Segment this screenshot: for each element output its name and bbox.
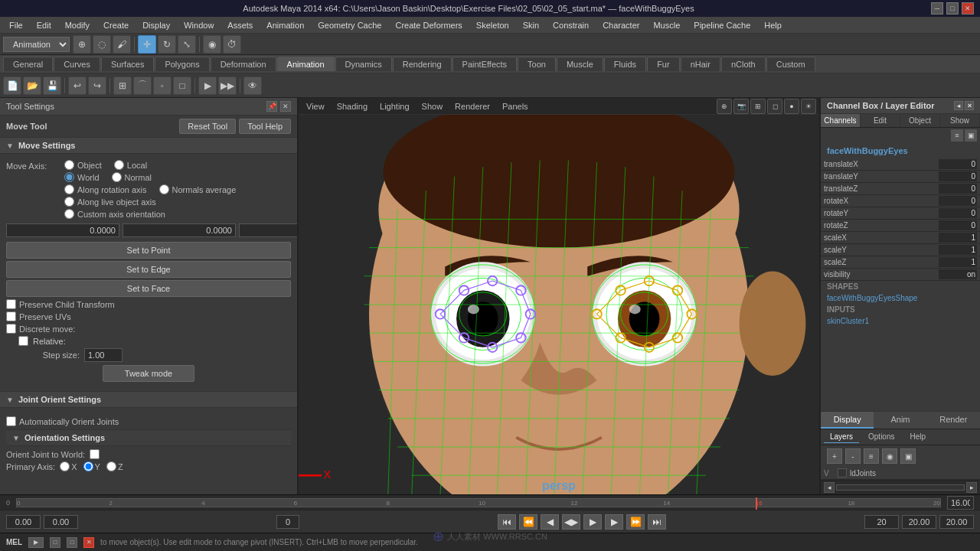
- timeline-bar[interactable]: 0 2 4 6 8 10 12 14 16 18 20: [16, 498, 941, 507]
- cb-tab-channels[interactable]: Channels: [821, 114, 861, 127]
- channel-value-translateZ[interactable]: [939, 184, 977, 194]
- coord-x[interactable]: [6, 223, 119, 237]
- tab-surfaces[interactable]: Surfaces: [101, 57, 154, 71]
- pb-frame-input[interactable]: [276, 515, 299, 529]
- vp-menu-view[interactable]: View: [302, 100, 329, 112]
- cb-tab-edit[interactable]: Edit: [861, 114, 900, 127]
- tab-rendering[interactable]: Rendering: [393, 57, 452, 71]
- tab-nhair[interactable]: nHair: [681, 57, 720, 71]
- goto-start-button[interactable]: ⏮: [498, 514, 516, 530]
- mode-dropdown[interactable]: Animation: [3, 37, 70, 52]
- snap-grid-icon[interactable]: ⊞: [113, 77, 132, 95]
- vp-select-icon[interactable]: ⊕: [717, 99, 732, 114]
- history-icon[interactable]: ⏱: [223, 35, 241, 54]
- tab-dynamics[interactable]: Dynamics: [335, 57, 392, 71]
- coord-y[interactable]: [122, 223, 236, 237]
- scale-icon[interactable]: ⤡: [178, 35, 196, 54]
- menu-create-deformers[interactable]: Create Deformers: [389, 19, 468, 31]
- render-seq-icon[interactable]: ▶▶: [218, 77, 237, 95]
- radio-along-rotation[interactable]: Along rotation axis: [64, 184, 147, 194]
- menu-character[interactable]: Character: [596, 19, 645, 31]
- orient-settings-subheader[interactable]: ▼ Orientation Settings: [6, 429, 291, 446]
- timeline[interactable]: 0 0 2 4 6 8 10 12 14 16 18 20: [0, 494, 980, 510]
- tab-toon[interactable]: Toon: [518, 57, 556, 71]
- current-frame-input[interactable]: [947, 496, 974, 510]
- vp-menu-lighting[interactable]: Lighting: [375, 100, 414, 112]
- menu-assets[interactable]: Assets: [221, 19, 259, 31]
- tab-fluids[interactable]: Fluids: [604, 57, 646, 71]
- channel-value-rotateY[interactable]: [939, 208, 977, 218]
- vp-smooth-icon[interactable]: ●: [784, 99, 799, 114]
- move-icon[interactable]: ✛: [138, 35, 156, 54]
- preserve-uvs-checkbox[interactable]: [6, 311, 16, 321]
- layer-check-ldjoints[interactable]: [838, 468, 847, 478]
- horizontal-scrollbar[interactable]: [836, 484, 965, 491]
- pb-range-end2[interactable]: [939, 515, 974, 529]
- channel-value-rotateX[interactable]: [939, 196, 977, 206]
- layer-render-icon[interactable]: ▣: [900, 448, 916, 464]
- menu-animation[interactable]: Animation: [260, 19, 310, 31]
- menu-constrain[interactable]: Constrain: [547, 19, 595, 31]
- tab-curves[interactable]: Curves: [54, 57, 100, 71]
- axis-x[interactable]: X: [60, 461, 77, 471]
- stop-script-btn[interactable]: ✕: [83, 537, 94, 548]
- show-hide-icon[interactable]: 👁: [243, 77, 262, 95]
- tab-fur[interactable]: Fur: [647, 57, 680, 71]
- rp-tab-display[interactable]: Display: [821, 412, 874, 429]
- pb-start-input[interactable]: [6, 515, 41, 529]
- tab-ncloth[interactable]: nCloth: [721, 57, 766, 71]
- rp-tab-anim[interactable]: Anim: [874, 412, 926, 429]
- cmd-btn2[interactable]: □: [67, 537, 77, 548]
- lasso-icon[interactable]: ◌: [93, 35, 111, 54]
- pb-range-end1[interactable]: [902, 515, 936, 529]
- preserve-child-checkbox[interactable]: [6, 299, 16, 309]
- paint-icon[interactable]: 🖌: [113, 35, 131, 54]
- scroll-right-icon[interactable]: ▸: [966, 482, 977, 493]
- minimize-button[interactable]: ─: [931, 2, 943, 15]
- menu-skeleton[interactable]: Skeleton: [470, 19, 515, 31]
- layer-options-icon[interactable]: ≡: [864, 448, 879, 464]
- ts-close-icon[interactable]: ✕: [280, 101, 291, 112]
- tab-muscle[interactable]: Muscle: [557, 57, 603, 71]
- menu-display[interactable]: Display: [136, 19, 176, 31]
- cmd-btn1[interactable]: □: [50, 537, 60, 548]
- save-scene-icon[interactable]: 💾: [43, 77, 61, 95]
- snap-curve-icon[interactable]: ⌒: [133, 77, 152, 95]
- menu-muscle[interactable]: Muscle: [647, 19, 686, 31]
- open-scene-icon[interactable]: 📂: [23, 77, 41, 95]
- cb-tab-object[interactable]: Object: [900, 114, 940, 127]
- menu-geometry-cache[interactable]: Geometry Cache: [312, 19, 387, 31]
- tab-painteffects[interactable]: PaintEffects: [452, 57, 518, 71]
- delete-layer-icon[interactable]: -: [845, 448, 861, 464]
- vp-grid-icon[interactable]: ⊞: [750, 99, 766, 114]
- tab-deformation[interactable]: Deformation: [211, 57, 276, 71]
- play-forward-button[interactable]: ▶: [583, 514, 602, 530]
- menu-window[interactable]: Window: [178, 19, 220, 31]
- radio-normals-avg[interactable]: Normals average: [159, 184, 237, 194]
- vp-menu-shading[interactable]: Shading: [332, 100, 372, 112]
- prev-frame-button[interactable]: ◀: [541, 514, 559, 530]
- ts-pin-icon[interactable]: 📌: [266, 101, 277, 112]
- menu-create[interactable]: Create: [97, 19, 135, 31]
- orient-world-checkbox[interactable]: [90, 449, 100, 459]
- pb-current-input[interactable]: [44, 515, 78, 529]
- tab-polygons[interactable]: Polygons: [155, 57, 209, 71]
- next-frame-button[interactable]: ▶: [605, 514, 623, 530]
- menu-skin[interactable]: Skin: [517, 19, 545, 31]
- rp-tab-render[interactable]: Render: [927, 412, 980, 429]
- prev-key-button[interactable]: ⏪: [519, 514, 537, 530]
- radio-local[interactable]: Local: [114, 160, 147, 170]
- radio-normal[interactable]: Normal: [112, 172, 152, 182]
- tweak-mode-button[interactable]: Tweak mode: [103, 365, 194, 382]
- tool-help-button[interactable]: Tool Help: [239, 119, 291, 134]
- menu-modify[interactable]: Modify: [59, 19, 96, 31]
- radio-custom-axis[interactable]: Custom axis orientation: [64, 209, 165, 219]
- cb-close-icon[interactable]: ✕: [965, 101, 974, 110]
- play-back-button[interactable]: ◀▶: [562, 514, 580, 530]
- tab-animation[interactable]: Animation: [277, 57, 335, 71]
- channel-value-scaleY[interactable]: [939, 245, 977, 255]
- vp-light-icon[interactable]: ☀: [801, 99, 816, 114]
- select-icon[interactable]: ⊕: [73, 35, 91, 54]
- reset-tool-button[interactable]: Reset Tool: [179, 119, 236, 134]
- set-to-point-button[interactable]: Set to Point: [6, 242, 291, 259]
